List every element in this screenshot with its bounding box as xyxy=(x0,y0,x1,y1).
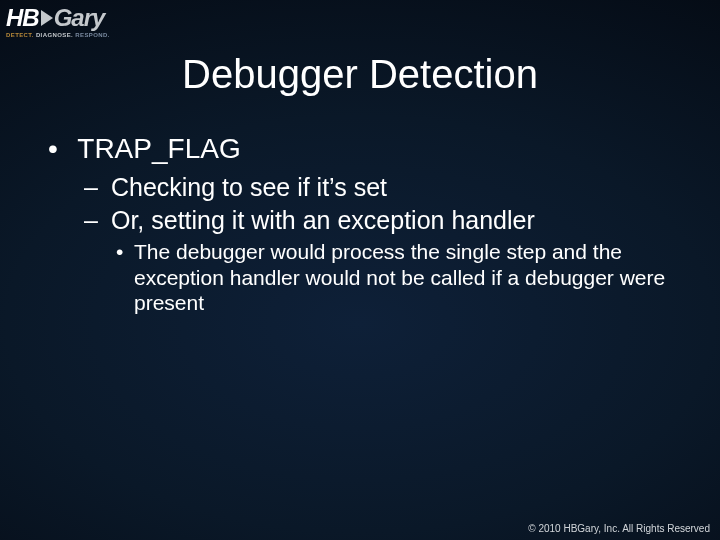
tagline-detect: DETECT. xyxy=(6,32,34,38)
logo-tagline: DETECT. DIAGNOSE. RESPOND. xyxy=(6,32,136,38)
bullet-level3: The debugger would process the single st… xyxy=(116,239,680,316)
tagline-diagnose: DIAGNOSE. xyxy=(36,32,73,38)
logo-hb: HB xyxy=(6,6,39,30)
brand-logo: HB Gary DETECT. DIAGNOSE. RESPOND. xyxy=(6,6,136,38)
logo-gary: Gary xyxy=(54,6,105,30)
play-triangle-icon xyxy=(41,10,53,26)
bullet-text: TRAP_FLAG xyxy=(77,133,240,164)
bullet-level1: TRAP_FLAG Checking to see if it’s set Or… xyxy=(48,132,680,316)
bullet-text: The debugger would process the single st… xyxy=(134,239,680,316)
logo-wordmark: HB Gary xyxy=(6,6,136,30)
copyright-footer: © 2010 HBGary, Inc. All Rights Reserved xyxy=(528,523,710,534)
tagline-respond: RESPOND. xyxy=(75,32,110,38)
slide-body: TRAP_FLAG Checking to see if it’s set Or… xyxy=(48,132,680,320)
bullet-text: Checking to see if it’s set xyxy=(111,173,387,201)
slide-title: Debugger Detection xyxy=(0,52,720,97)
bullet-text: Or, setting it with an exception handler xyxy=(111,206,535,234)
bullet-level2: Checking to see if it’s set xyxy=(84,172,680,203)
bullet-level2: Or, setting it with an exception handler… xyxy=(84,205,680,316)
